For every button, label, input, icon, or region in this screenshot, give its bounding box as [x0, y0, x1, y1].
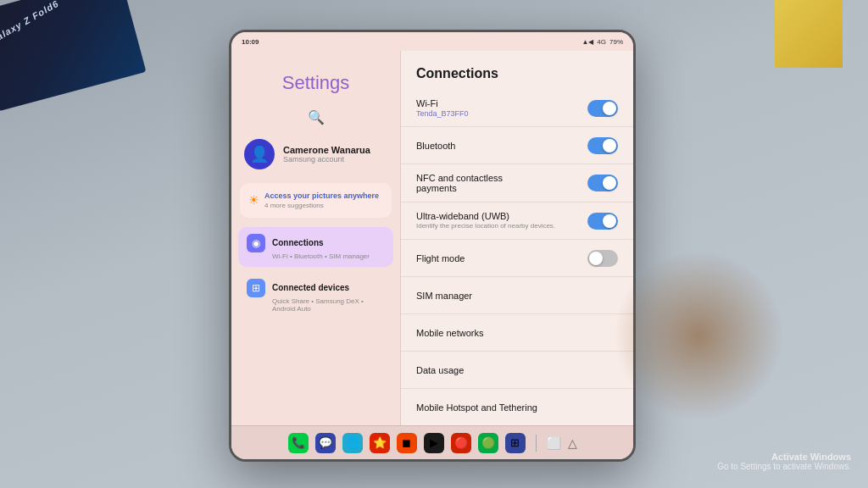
mobile-networks-label: Mobile networks: [416, 328, 618, 338]
dock-messages[interactable]: 💬: [315, 433, 336, 453]
sticky-note: [775, 0, 843, 68]
search-icon[interactable]: 🔍: [308, 109, 325, 125]
wifi-label: Wi-Fi: [416, 98, 587, 108]
nfc-info: NFC and contactlesspayments: [416, 173, 587, 193]
data-usage-label: Data usage: [416, 365, 618, 375]
suggestion-title: Access your pictures anywhere: [264, 191, 379, 202]
hotspot-label: Mobile Hotspot and Tethering: [416, 402, 618, 413]
battery-indicator: 79%: [609, 38, 623, 46]
status-time: 10:09: [242, 38, 259, 46]
uwb-toggle[interactable]: [587, 213, 618, 230]
search-row[interactable]: 🔍: [231, 103, 400, 132]
suggestion-icon: ☀: [248, 193, 259, 207]
setting-row-hotspot[interactable]: Mobile Hotspot and Tethering: [401, 389, 633, 425]
dock-app3[interactable]: 🔴: [451, 433, 471, 453]
dock-home[interactable]: ⬜: [547, 436, 561, 450]
suggestion-more: 4 more suggestions: [264, 202, 379, 209]
wifi-toggle[interactable]: [587, 100, 618, 117]
setting-row-wifi[interactable]: Wi-Fi Tenda_B73FF0: [401, 90, 633, 127]
phone-device: 10:09 ▲◀ 4G 79% Settings 🔍 👤 Camerone Wa…: [229, 30, 636, 462]
activate-windows-sub: Go to Settings to activate Windows.: [717, 462, 851, 471]
wifi-info: Wi-Fi Tenda_B73FF0: [416, 98, 587, 118]
mobile-networks-info: Mobile networks: [416, 328, 618, 338]
data-usage-info: Data usage: [416, 365, 618, 375]
left-pane: Settings 🔍 👤 Camerone Wanarua Samsung ac…: [231, 51, 401, 425]
connected-icon: ⊞: [247, 279, 265, 297]
right-pane: Connections Wi-Fi Tenda_B73FF0 Bluetooth: [401, 51, 633, 425]
connections-sub: Wi-Fi • Bluetooth • SIM manager: [247, 252, 385, 260]
sim-info: SIM manager: [416, 291, 618, 301]
dock-back[interactable]: △: [568, 436, 577, 450]
nav-item-connected-devices[interactable]: ⊞ Connected devices Quick Share • Samsun…: [238, 272, 393, 319]
bluetooth-info: Bluetooth: [416, 141, 587, 151]
dock-play[interactable]: ▶: [424, 433, 444, 453]
sim-label: SIM manager: [416, 291, 618, 301]
connected-sub: Quick Share • Samsung DeX • Android Auto: [247, 297, 385, 313]
wifi-sub: Tenda_B73FF0: [416, 109, 587, 118]
dock-divider: [536, 435, 537, 452]
uwb-label: Ultra-wideband (UWB): [416, 211, 587, 221]
dock-app2[interactable]: ◼: [397, 433, 417, 453]
user-section[interactable]: 👤 Camerone Wanarua Samsung account: [231, 132, 400, 176]
phone-dock: 📞 💬 🌐 ⭐ ◼ ▶ 🔴 🟢 ⊞ ⬜ △: [231, 425, 633, 459]
nfc-toggle[interactable]: [587, 175, 618, 191]
setting-row-sim[interactable]: SIM manager: [401, 277, 633, 314]
uwb-info: Ultra-wideband (UWB) Identify the precis…: [416, 211, 587, 230]
setting-row-flight[interactable]: Flight mode: [401, 240, 633, 277]
avatar: 👤: [244, 139, 275, 169]
dock-app1[interactable]: ⭐: [370, 433, 390, 453]
signal-icon: ▲◀: [581, 38, 593, 46]
network-icon: 4G: [597, 38, 606, 46]
phone-content: Settings 🔍 👤 Camerone Wanarua Samsung ac…: [231, 51, 633, 425]
dock-app4[interactable]: 🟢: [478, 433, 498, 453]
uwb-sub: Identify the precise location of nearby …: [416, 222, 587, 230]
setting-row-data-usage[interactable]: Data usage: [401, 352, 633, 389]
suggestion-text: Access your pictures anywhere 4 more sug…: [264, 191, 379, 209]
bluetooth-toggle[interactable]: [587, 137, 618, 154]
connected-label: Connected devices: [272, 283, 349, 292]
status-bar: 10:09 ▲◀ 4G 79%: [231, 32, 633, 51]
status-icons: ▲◀ 4G 79%: [581, 38, 623, 46]
hotspot-info: Mobile Hotspot and Tethering: [416, 402, 618, 413]
user-sub: Samsung account: [283, 155, 387, 164]
connections-label: Connections: [272, 238, 324, 247]
activate-windows-watermark: Activate Windows Go to Settings to activ…: [717, 452, 851, 471]
setting-row-nfc[interactable]: NFC and contactlesspayments: [401, 164, 633, 202]
nav-item-connections[interactable]: ◉ Connections Wi-Fi • Bluetooth • SIM ma…: [238, 227, 393, 267]
setting-row-bluetooth[interactable]: Bluetooth: [401, 127, 633, 164]
user-name: Camerone Wanarua: [283, 145, 387, 155]
flight-label: Flight mode: [416, 253, 587, 263]
flight-toggle[interactable]: [587, 250, 618, 267]
bluetooth-label: Bluetooth: [416, 141, 587, 151]
nfc-label: NFC and contactlesspayments: [416, 173, 587, 193]
dock-browser[interactable]: 🌐: [342, 433, 363, 453]
suggestion-card[interactable]: ☀ Access your pictures anywhere 4 more s…: [240, 183, 392, 218]
connections-icon: ◉: [247, 234, 265, 252]
setting-row-mobile-networks[interactable]: Mobile networks: [401, 314, 633, 352]
settings-title: Settings: [231, 59, 400, 103]
dock-phone[interactable]: 📞: [288, 433, 309, 453]
user-info: Camerone Wanarua Samsung account: [283, 145, 387, 164]
activate-windows-title: Activate Windows: [717, 452, 851, 462]
flight-info: Flight mode: [416, 253, 587, 263]
connections-title: Connections: [401, 51, 633, 90]
galaxy-box-label: Galaxy Z Fold6: [0, 0, 60, 46]
dock-apps[interactable]: ⊞: [505, 433, 526, 453]
setting-row-uwb[interactable]: Ultra-wideband (UWB) Identify the precis…: [401, 202, 633, 240]
